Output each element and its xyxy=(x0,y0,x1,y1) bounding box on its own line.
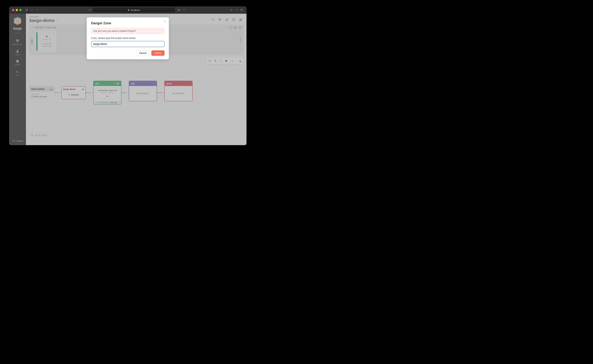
svg-rect-9 xyxy=(241,9,243,11)
danger-zone-modal: Danger Zone Are you sure you want to del… xyxy=(87,17,169,59)
modal-warning: Are you sure you want to delete Project? xyxy=(91,28,164,34)
sidebar-toggle-button[interactable] xyxy=(25,8,28,12)
chevron-down-icon[interactable] xyxy=(30,8,34,12)
share-button[interactable] xyxy=(230,8,233,12)
browser-chrome: localhost xyxy=(9,6,247,14)
url-bar[interactable]: localhost xyxy=(93,8,175,13)
reload-button[interactable] xyxy=(182,8,186,12)
delete-button[interactable]: Delete xyxy=(151,50,164,56)
modal-title: Danger Zone xyxy=(91,21,164,25)
modal-close-button[interactable] xyxy=(163,20,166,23)
modal-overlay[interactable]: Danger Zone Are you sure you want to del… xyxy=(9,14,247,145)
url-text: localhost xyxy=(130,9,140,12)
project-name-input[interactable] xyxy=(91,41,164,47)
back-button[interactable] xyxy=(35,8,39,12)
tabs-button[interactable] xyxy=(240,8,244,12)
window-maximize-button[interactable] xyxy=(19,9,21,11)
translate-button[interactable] xyxy=(177,8,181,12)
lock-icon xyxy=(128,9,130,11)
forward-button[interactable] xyxy=(40,8,44,12)
new-tab-button[interactable] xyxy=(235,8,238,12)
modal-prompt: If yes, please type the project name bel… xyxy=(91,37,164,39)
svg-rect-0 xyxy=(26,9,28,11)
window-close-button[interactable] xyxy=(12,9,14,11)
reader-mode-button[interactable] xyxy=(88,8,91,12)
cancel-button[interactable]: Cancel xyxy=(136,50,150,56)
window-minimize-button[interactable] xyxy=(16,9,18,11)
close-icon xyxy=(163,20,166,23)
